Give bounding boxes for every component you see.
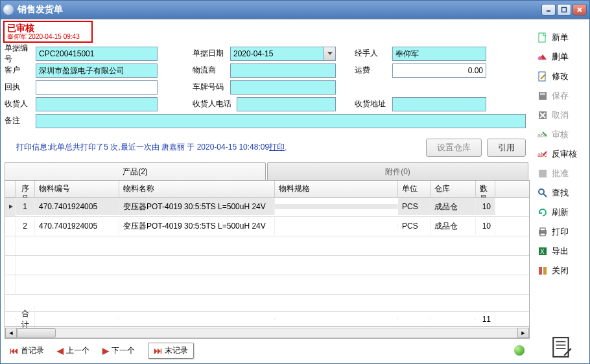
- svg-rect-23: [543, 267, 547, 275]
- remark-input[interactable]: [36, 114, 526, 128]
- approved-stamp: 已审核 奉仰军 2020-04-15 09:43: [3, 21, 93, 43]
- side-print[interactable]: 打印: [537, 225, 585, 238]
- col-name[interactable]: 物料名称: [119, 181, 275, 197]
- edit-icon: [537, 71, 548, 82]
- table-row[interactable]: [5, 256, 529, 275]
- delete-icon: [537, 52, 548, 62]
- svg-rect-8: [540, 93, 545, 95]
- nav-last[interactable]: ⏭末记录: [148, 343, 194, 359]
- customer-input[interactable]: 深圳市盈源电子有限公司: [36, 63, 158, 78]
- svg-rect-14: [539, 170, 547, 177]
- print-icon: [537, 227, 548, 237]
- side-new[interactable]: 新单: [537, 31, 585, 44]
- scroll-thumb[interactable]: [17, 328, 56, 337]
- table-row[interactable]: [5, 275, 529, 295]
- grid-body: ▸ 1 470.7401924005 变压器POT-4019 30:5:5TS …: [5, 198, 529, 311]
- nav-next[interactable]: ▶下一个: [102, 345, 135, 356]
- plate-input[interactable]: [230, 80, 336, 95]
- side-delete[interactable]: 删单: [537, 51, 585, 63]
- minimize-button[interactable]: [541, 4, 556, 16]
- tab-products[interactable]: 产品(2): [5, 162, 266, 180]
- notes-icon[interactable]: [550, 336, 572, 358]
- scroll-right-icon[interactable]: ►: [517, 328, 529, 338]
- plate-label: 车牌号码: [193, 82, 230, 93]
- svg-point-15: [539, 189, 544, 194]
- window-title: 销售发货单: [18, 4, 541, 16]
- consignee-addr-input[interactable]: [392, 97, 486, 111]
- receipt-input[interactable]: [36, 80, 158, 95]
- svg-line-16: [543, 194, 547, 197]
- approve-icon: abc: [537, 130, 548, 140]
- nav-first[interactable]: ⏮首记录: [10, 345, 44, 356]
- logistics-input[interactable]: [230, 63, 336, 78]
- freight-input[interactable]: 0.00: [392, 63, 486, 78]
- table-row[interactable]: [5, 236, 529, 256]
- side-unapprove[interactable]: abc反审核: [537, 148, 585, 161]
- prev-record-icon: ◀: [57, 346, 64, 356]
- consignee-input[interactable]: [36, 97, 158, 111]
- col-spec[interactable]: 物料规格: [275, 181, 398, 197]
- svg-rect-4: [539, 33, 545, 42]
- side-cancel[interactable]: 取消: [537, 109, 585, 122]
- unapprove-icon: abc: [537, 149, 548, 159]
- tabs: 产品(2) 附件(0): [5, 162, 530, 181]
- maximize-button[interactable]: [557, 4, 571, 16]
- export-icon: X: [537, 246, 548, 256]
- side-approve[interactable]: abc审核: [537, 128, 585, 141]
- cancel-icon: [537, 110, 548, 120]
- print-info-text: 打印信息:此单总共打印了5 次,最近一次由 唐嘉丽 于 2020-04-15 1…: [16, 142, 269, 153]
- consignee-phone-input[interactable]: [237, 97, 336, 111]
- col-seq[interactable]: 序号: [16, 181, 35, 197]
- set-warehouse-button[interactable]: 设置仓库: [426, 139, 482, 157]
- docdate-label: 单据日期: [193, 48, 230, 59]
- print-info-suffix: .: [285, 143, 287, 152]
- nav-prev[interactable]: ◀上一个: [57, 345, 89, 356]
- close-icon: [537, 266, 548, 276]
- horizontal-scrollbar[interactable]: ◄ ►: [5, 326, 529, 338]
- col-qty[interactable]: 数量: [476, 181, 495, 197]
- close-button[interactable]: [572, 4, 587, 16]
- svg-rect-1: [562, 8, 567, 12]
- col-code[interactable]: 物料编号: [35, 181, 119, 197]
- svg-rect-6: [539, 72, 545, 81]
- consignee-addr-label: 收货地址: [355, 98, 392, 109]
- side-save[interactable]: 保存: [537, 89, 585, 102]
- side-toolbar: 新单 删单 修改 保存 取消 abc审核 abc反审核 批准 查找 刷新 打印 …: [534, 19, 589, 363]
- remark-label: 备注: [5, 115, 36, 126]
- tab-attachments[interactable]: 附件(0): [267, 162, 528, 180]
- first-record-icon: ⏮: [10, 346, 18, 356]
- svg-rect-18: [540, 228, 545, 231]
- app-icon: [3, 5, 14, 15]
- side-search[interactable]: 查找: [537, 187, 585, 199]
- scroll-track[interactable]: [17, 328, 517, 338]
- col-wh[interactable]: 仓库: [431, 181, 476, 197]
- side-close[interactable]: 关闭: [537, 264, 585, 277]
- stamp-meta: 奉仰军 2020-04-15 09:43: [7, 33, 89, 41]
- col-unit[interactable]: 单位: [398, 181, 431, 197]
- refresh-icon: [537, 207, 548, 218]
- side-edit[interactable]: 修改: [537, 70, 585, 83]
- status-led-icon: [514, 345, 525, 356]
- side-batch-approve[interactable]: 批准: [537, 167, 585, 180]
- docdate-input[interactable]: 2020-04-15: [230, 47, 324, 61]
- handler-input[interactable]: 奉仰军: [392, 47, 486, 61]
- grid-sum-row: 合计 11: [5, 311, 529, 326]
- docdate-dropdown[interactable]: [324, 47, 336, 61]
- scroll-left-icon[interactable]: ◄: [5, 328, 17, 338]
- customer-label: 客户: [5, 65, 36, 76]
- quote-button[interactable]: 引用: [487, 139, 526, 157]
- table-row[interactable]: ▸ 1 470.7401924005 变压器POT-4019 30:5:5TS …: [5, 198, 529, 217]
- side-export[interactable]: X导出: [537, 245, 585, 258]
- window-controls: [541, 4, 587, 16]
- svg-rect-19: [540, 233, 545, 236]
- form-area: 单据编号 CPC200415001 单据日期 2020-04-15 经手人 奉仰…: [3, 43, 531, 131]
- batch-approve-icon: [537, 168, 548, 179]
- print-link[interactable]: 打印: [269, 142, 285, 153]
- freight-label: 运费: [355, 65, 392, 76]
- side-refresh[interactable]: 刷新: [537, 206, 585, 219]
- docno-label: 单据编号: [5, 43, 36, 65]
- svg-rect-22: [539, 267, 542, 275]
- search-icon: [537, 188, 548, 198]
- docno-input[interactable]: CPC200415001: [36, 47, 158, 61]
- table-row[interactable]: 2 470.7401924005 变压器POT-4019 30:5:5TS L=…: [5, 217, 529, 236]
